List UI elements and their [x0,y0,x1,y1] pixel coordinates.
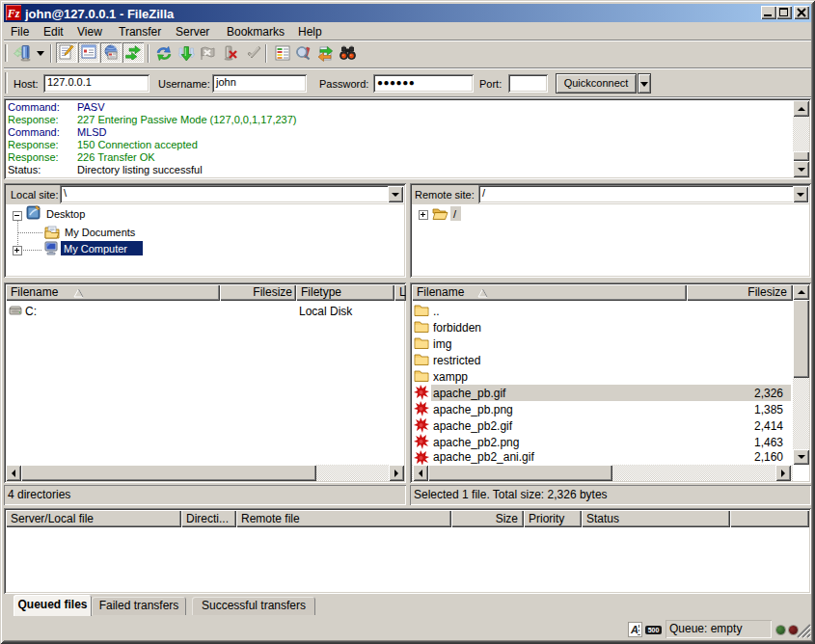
svg-text:Fz: Fz [7,7,20,20]
